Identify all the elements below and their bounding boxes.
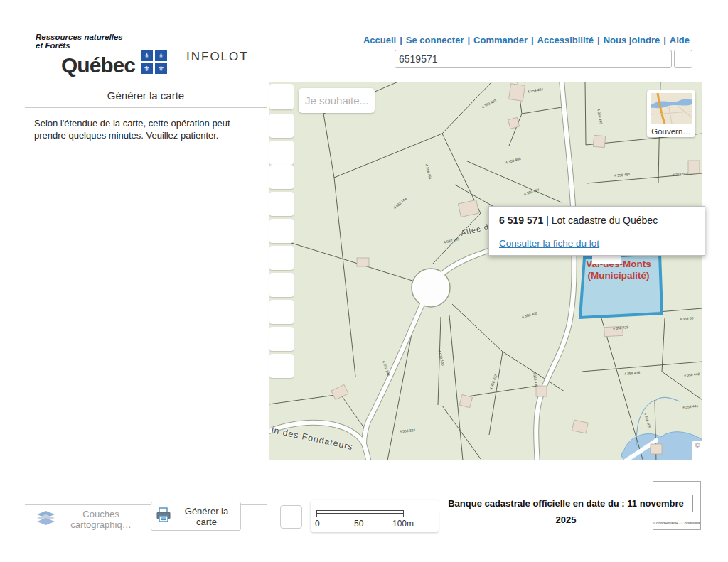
legal-links[interactable]: Confidentialité - Conditions xyxy=(653,521,700,525)
layers-button[interactable]: Couches cartographiq… xyxy=(32,507,144,531)
nav-separator: | xyxy=(531,35,534,45)
nav-separator: | xyxy=(400,35,402,45)
search-button[interactable] xyxy=(674,50,692,68)
map-tool-button-2[interactable] xyxy=(269,114,294,138)
top-navigation: Accueil|Se connecter|Commander|Accessibi… xyxy=(363,35,690,45)
quebec-logo: Ressources naturelles et Forêts Québec ⚜… xyxy=(36,33,185,75)
layers-button-label: Couches cartographiq… xyxy=(62,509,140,530)
scalebar xyxy=(316,510,404,517)
logo-line2: et Forêts xyxy=(36,41,185,50)
fleur-icon: ⚜ xyxy=(155,63,167,74)
nav-link-commander[interactable]: Commander xyxy=(473,35,528,45)
basemap-switcher[interactable]: Gouvern… xyxy=(647,90,695,137)
panel-divider xyxy=(25,107,267,108)
nav-link-accessibilité[interactable]: Accessibilité xyxy=(537,35,594,45)
map-tool-button-11[interactable] xyxy=(269,354,294,378)
map-tool-button-9[interactable] xyxy=(269,300,294,324)
municipality-type: (Municipalité) xyxy=(583,270,654,281)
basemap-label: Gouvern… xyxy=(647,127,695,136)
basemap-thumbnail xyxy=(651,93,692,124)
logo-wordmark: Québec xyxy=(61,55,135,75)
generate-map-button[interactable]: Générer la carte xyxy=(151,502,241,531)
layers-icon xyxy=(36,511,55,528)
scalebar-tick-100: 100m xyxy=(392,519,414,529)
scalebar-tick-0: 0 xyxy=(315,519,320,529)
app-title: INFOLOT xyxy=(186,50,249,64)
nav-separator: | xyxy=(467,35,470,45)
map-attribution[interactable]: © xyxy=(692,441,702,463)
lot-details-link[interactable]: Consulter la fiche du lot xyxy=(499,238,599,249)
vertical-divider xyxy=(267,82,267,533)
fleur-icon: ⚜ xyxy=(141,50,153,61)
fleur-icon: ⚜ xyxy=(141,63,153,74)
nav-link-accueil[interactable]: Accueil xyxy=(363,35,396,45)
nav-link-aide[interactable]: Aide xyxy=(670,35,690,45)
je-souhaite-button[interactable]: Je souhaite... xyxy=(299,88,375,113)
fleur-icon: ⚜ xyxy=(155,50,167,61)
map-tool-button-3[interactable] xyxy=(269,141,294,165)
nav-link-se-connecter[interactable]: Se connecter xyxy=(406,35,464,45)
quebec-flag-icon: ⚜⚜⚜⚜ xyxy=(141,50,167,74)
search-input[interactable] xyxy=(395,50,672,68)
map-toolbar xyxy=(269,0,297,562)
popup-title-text: Lot cadastre du Québec xyxy=(552,215,658,226)
map-tool-button-5[interactable] xyxy=(269,192,294,216)
nav-separator: | xyxy=(597,35,600,45)
panel-title: Générer la carte xyxy=(25,90,267,102)
map-tool-button-7[interactable] xyxy=(269,246,294,270)
logo-line1: Ressources naturelles xyxy=(36,33,185,41)
popup-lot-number: 6 519 571 xyxy=(499,215,543,226)
scalebar-tick-50: 50 xyxy=(354,519,363,529)
lot-popup: 6 519 571 | Lot cadastre du Québec Consu… xyxy=(488,206,705,256)
nav-link-nous-joindre[interactable]: Nous joindre xyxy=(604,35,660,45)
generate-map-button-label: Générer la carte xyxy=(177,506,236,527)
map-tool-button-10[interactable] xyxy=(269,327,294,351)
map-tool-button-6[interactable] xyxy=(269,219,294,243)
panel-message: Selon l'étendue de la carte, cette opéra… xyxy=(34,117,257,141)
printer-icon xyxy=(156,507,171,525)
cadastre-date-banner: Banque cadastrale officielle en date du … xyxy=(439,495,693,512)
map-tool-button-8[interactable] xyxy=(269,273,294,297)
infolot-page: Ressources naturelles et Forêts Québec ⚜… xyxy=(0,0,728,562)
map-tool-button-1[interactable] xyxy=(269,84,294,109)
scalebar-card: 0 50 100m xyxy=(311,500,439,532)
nav-separator: | xyxy=(663,35,666,45)
popup-title: 6 519 571 | Lot cadastre du Québec xyxy=(499,215,658,226)
map-mini-button[interactable] xyxy=(280,505,302,529)
map-tool-button-4[interactable] xyxy=(269,165,294,189)
